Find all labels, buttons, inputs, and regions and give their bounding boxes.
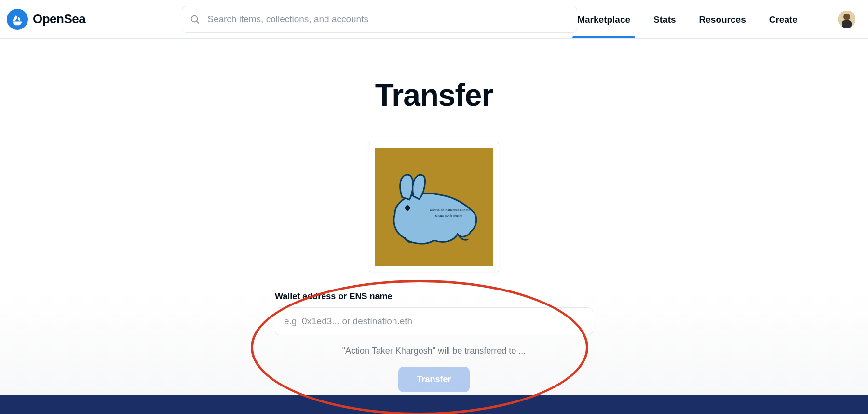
- top-navbar: OpenSea Marketplace Stats Resources Crea…: [0, 0, 868, 39]
- nft-card[interactable]: always be influenced like me & take swif…: [369, 142, 499, 272]
- brand-name: OpenSea: [33, 12, 85, 27]
- wallet-address-input[interactable]: [275, 307, 593, 335]
- nav-create[interactable]: Create: [769, 1, 798, 38]
- brand-link[interactable]: OpenSea: [7, 9, 85, 30]
- nft-image: always be influenced like me & take swif…: [375, 148, 493, 266]
- svg-rect-5: [842, 20, 852, 28]
- nav-resources[interactable]: Resources: [699, 1, 746, 38]
- svg-point-7: [405, 205, 410, 211]
- nav-stats[interactable]: Stats: [653, 1, 676, 38]
- avatar-icon: [838, 11, 855, 28]
- search-wrap: [182, 6, 577, 33]
- svg-text:always be influenced like me: always be influenced like me: [430, 208, 470, 212]
- svg-point-0: [7, 9, 28, 30]
- footer-strip: [0, 395, 868, 414]
- transfer-form: Wallet address or ENS name "Action Taker…: [275, 291, 593, 392]
- nav-links: Marketplace Stats Resources Create: [577, 1, 860, 38]
- address-label: Wallet address or ENS name: [275, 291, 593, 302]
- svg-point-1: [191, 15, 198, 22]
- transfer-status-text: "Action Taker Khargosh" will be transfer…: [275, 346, 593, 356]
- search-input[interactable]: [182, 6, 577, 33]
- transfer-button[interactable]: Transfer: [398, 367, 469, 392]
- svg-text:& take swift actions: & take swift actions: [435, 214, 462, 218]
- svg-point-4: [843, 14, 850, 20]
- page-title: Transfer: [0, 77, 868, 113]
- nav-marketplace[interactable]: Marketplace: [577, 1, 630, 38]
- opensea-logo-icon: [7, 9, 28, 30]
- user-avatar[interactable]: [838, 11, 855, 28]
- search-icon: [190, 14, 200, 25]
- svg-line-2: [197, 21, 199, 23]
- main-content: Transfer always be influenced like me & …: [0, 39, 868, 392]
